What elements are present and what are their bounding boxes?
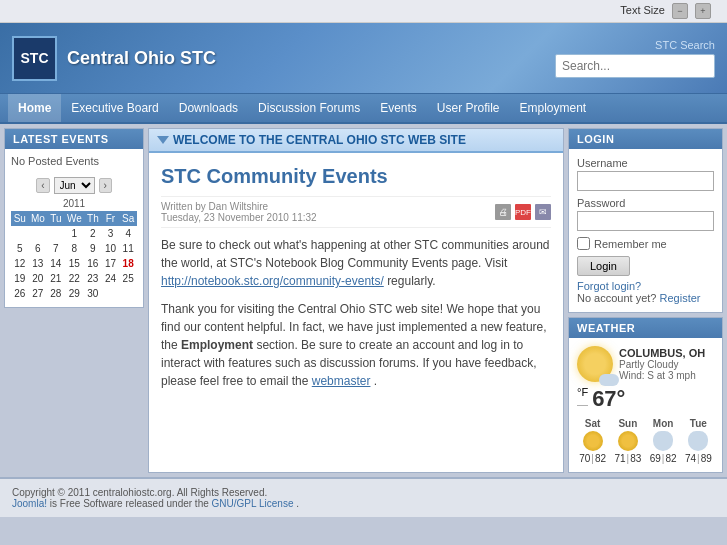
cal-day[interactable]: 17	[102, 256, 120, 271]
forecast-temps: 69|82	[650, 453, 677, 464]
forecast-day-mon: Mon 69|82	[650, 418, 677, 464]
cal-next-arrow[interactable]: ›	[99, 178, 112, 193]
cal-day[interactable]: 13	[29, 256, 47, 271]
forecast-temps: 71|83	[614, 453, 641, 464]
nav-item-home[interactable]: Home	[8, 94, 61, 122]
cal-day[interactable]: 4	[119, 226, 137, 241]
cal-day[interactable]: 26	[11, 286, 29, 301]
cal-day[interactable]: 25	[119, 271, 137, 286]
cal-day[interactable]: 6	[29, 241, 47, 256]
remember-checkbox[interactable]	[577, 237, 590, 250]
cal-day[interactable]: 12	[11, 256, 29, 271]
nav-item-downloads[interactable]: Downloads	[169, 94, 248, 122]
cal-day[interactable]: 24	[102, 271, 120, 286]
community-events-link[interactable]: http://notebook.stc.org/community-events…	[161, 274, 384, 288]
forecast-day-tue: Tue 74|89	[685, 418, 712, 464]
pdf-icon[interactable]: PDF	[515, 204, 531, 220]
welcome-bar: WELCOME TO THE CENTRAL OHIO STC WEB SITE	[149, 129, 563, 153]
welcome-arrow	[157, 136, 169, 144]
print-icon[interactable]: 🖨	[495, 204, 511, 220]
weather-main: COLUMBUS, OH Partly Cloudy Wind: S at 3 …	[577, 346, 714, 382]
nav-item-user-profile[interactable]: User Profile	[427, 94, 510, 122]
cal-month-select[interactable]: Jun	[54, 177, 95, 194]
calendar: ‹ Jun › 2011 Su Mo Tu We	[11, 173, 137, 301]
cal-day[interactable]: 5	[11, 241, 29, 256]
latest-events-header: LATEST EVENTS	[5, 129, 143, 149]
article-para1: Be sure to check out what's happening at…	[161, 236, 551, 290]
cal-day[interactable]: 11	[119, 241, 137, 256]
weather-temp-val: 67	[592, 386, 616, 411]
login-button[interactable]: Login	[577, 256, 630, 276]
text-size-controls[interactable]: − +	[672, 3, 715, 19]
calendar-nav: ‹ Jun ›	[11, 173, 137, 198]
forecast-day-sun: Sun 71|83	[614, 418, 641, 464]
cal-day[interactable]: 22	[65, 271, 84, 286]
webmaster-link[interactable]: webmaster	[312, 374, 371, 388]
cal-header-fr: Fr	[102, 211, 120, 226]
nav: Home Executive Board Downloads Discussio…	[0, 93, 727, 124]
cal-day[interactable]: 2	[84, 226, 102, 241]
forecast-icon	[688, 431, 708, 451]
main-content: LATEST EVENTS No Posted Events ‹ Jun › 2…	[0, 124, 727, 477]
nav-item-employment[interactable]: Employment	[510, 94, 597, 122]
cal-day[interactable]: 16	[84, 256, 102, 271]
cal-day[interactable]: 23	[84, 271, 102, 286]
cal-day[interactable]: 27	[29, 286, 47, 301]
search-input[interactable]	[555, 54, 715, 78]
article-body: Be sure to check out what's happening at…	[161, 236, 551, 390]
weather-body: COLUMBUS, OH Partly Cloudy Wind: S at 3 …	[569, 338, 722, 472]
nav-item-executive-board[interactable]: Executive Board	[61, 94, 168, 122]
latest-events-content: No Posted Events ‹ Jun › 2011	[5, 149, 143, 307]
calendar-table: Su Mo Tu We Th Fr Sa 1234567891011121314…	[11, 211, 137, 301]
login-body: Username Password Remember me Login Forg…	[569, 149, 722, 312]
cal-day[interactable]: 18	[119, 256, 137, 271]
cal-day[interactable]: 8	[65, 241, 84, 256]
joomla-link[interactable]: Joomla!	[12, 498, 47, 509]
nav-item-events[interactable]: Events	[370, 94, 427, 122]
text-size-decrease[interactable]: −	[672, 3, 688, 19]
weather-city: COLUMBUS, OH	[619, 347, 714, 359]
cal-day[interactable]: 9	[84, 241, 102, 256]
cal-day[interactable]: 30	[84, 286, 102, 301]
footer-joomla: Joomla! is Free Software released under …	[12, 498, 715, 509]
no-account-row: No account yet? Register	[577, 292, 714, 304]
weather-desc: Partly Cloudy	[619, 359, 714, 370]
article-body2-end: .	[374, 374, 377, 388]
article-body1: Be sure to check out what's happening at…	[161, 238, 550, 270]
cal-day	[29, 226, 47, 241]
cal-day[interactable]: 20	[29, 271, 47, 286]
text-size-increase[interactable]: +	[695, 3, 711, 19]
cal-day[interactable]: 29	[65, 286, 84, 301]
cal-header-su: Su	[11, 211, 29, 226]
cal-day[interactable]: 10	[102, 241, 120, 256]
cal-day[interactable]: 14	[47, 256, 65, 271]
cal-day[interactable]: 21	[47, 271, 65, 286]
username-input[interactable]	[577, 171, 714, 191]
forecast-day-name: Sun	[614, 418, 641, 429]
weather-info: COLUMBUS, OH Partly Cloudy Wind: S at 3 …	[619, 347, 714, 381]
site-title: Central Ohio STC	[67, 48, 216, 69]
article-author: Written by Dan Wiltshire	[161, 201, 317, 212]
gnu-gpl-link[interactable]: GNU/GPL License	[212, 498, 294, 509]
login-header: LOGIN	[569, 129, 722, 149]
article-date: Tuesday, 23 November 2010 11:32	[161, 212, 317, 223]
footer-license-end: .	[296, 498, 299, 509]
cal-day[interactable]: 28	[47, 286, 65, 301]
cal-day	[119, 286, 137, 301]
register-link[interactable]: Register	[660, 292, 701, 304]
cal-day[interactable]: 3	[102, 226, 120, 241]
cal-prev-arrow[interactable]: ‹	[36, 178, 49, 193]
weather-cloud	[599, 374, 619, 386]
cal-day[interactable]: 1	[65, 226, 84, 241]
nav-item-discussion-forums[interactable]: Discussion Forums	[248, 94, 370, 122]
forecast-icon	[653, 431, 673, 451]
weather-unit: °F —	[577, 386, 588, 410]
forgot-login-link[interactable]: Forgot login?	[577, 280, 641, 292]
cal-day[interactable]: 19	[11, 271, 29, 286]
cal-day[interactable]: 7	[47, 241, 65, 256]
cal-day[interactable]: 15	[65, 256, 84, 271]
email-icon[interactable]: ✉	[535, 204, 551, 220]
latest-events-section: LATEST EVENTS No Posted Events ‹ Jun › 2…	[4, 128, 144, 308]
password-input[interactable]	[577, 211, 714, 231]
weather-section: WEATHER COLUMBUS, OH Partly Cloudy Wind:…	[568, 317, 723, 473]
